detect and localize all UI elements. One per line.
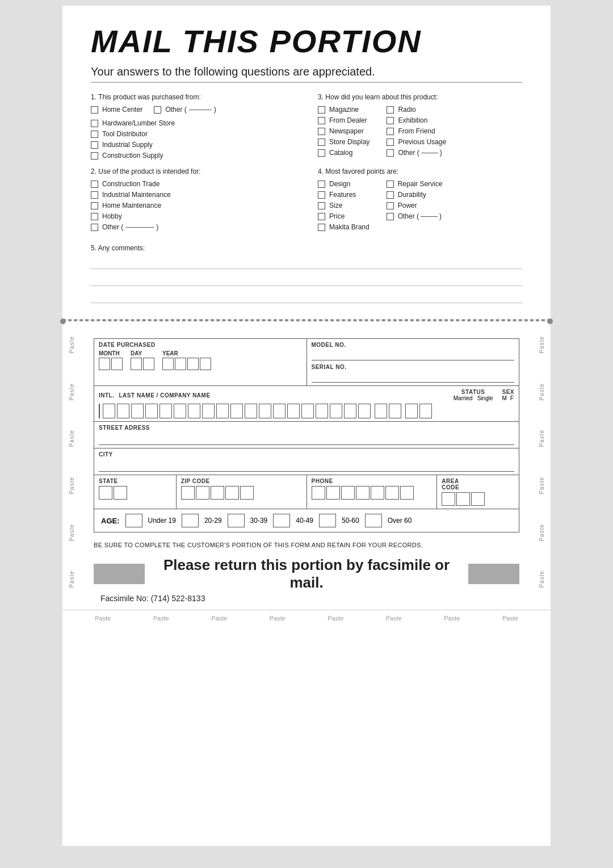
age-box-6[interactable] — [365, 514, 382, 527]
status-box-1[interactable] — [375, 404, 387, 418]
checkbox-box[interactable] — [387, 213, 394, 220]
phone-box-6[interactable] — [385, 486, 399, 500]
checkbox-box[interactable] — [91, 131, 98, 138]
name-box-18[interactable] — [344, 404, 356, 418]
checkbox-box[interactable] — [91, 181, 98, 188]
checkbox-box[interactable] — [91, 224, 98, 231]
zip-box-4[interactable] — [225, 486, 239, 500]
day-box-2[interactable] — [143, 358, 154, 370]
phone-box-4[interactable] — [356, 486, 370, 500]
name-box-15[interactable] — [301, 404, 314, 418]
checkbox-box[interactable] — [91, 120, 98, 127]
checkbox-box[interactable] — [318, 202, 325, 209]
tool-dist-label: Tool Distributor — [102, 130, 148, 138]
year-box-3[interactable] — [187, 358, 199, 370]
area-box-3[interactable] — [471, 492, 485, 506]
checkbox-box[interactable] — [387, 202, 394, 209]
month-box-1[interactable] — [99, 358, 110, 370]
checkbox-box[interactable] — [318, 117, 325, 124]
age-box-2[interactable] — [182, 514, 199, 527]
section1-row1: Home Center Other ( ) — [91, 106, 295, 116]
zip-box-3[interactable] — [211, 486, 224, 500]
checkbox-box[interactable] — [91, 213, 98, 220]
name-box-8[interactable] — [202, 404, 215, 418]
checkbox-box[interactable] — [91, 152, 98, 160]
name-box-17[interactable] — [330, 404, 342, 418]
status-box-2[interactable] — [389, 404, 401, 418]
year-box-4[interactable] — [200, 358, 211, 370]
zip-box-2[interactable] — [196, 486, 209, 500]
checkbox-box[interactable] — [387, 117, 394, 124]
area-box-1[interactable] — [442, 492, 455, 506]
checkbox-box[interactable] — [91, 141, 98, 149]
checkbox-box[interactable] — [387, 191, 394, 199]
phone-box-5[interactable] — [371, 486, 384, 500]
sex-box-f[interactable] — [419, 404, 432, 418]
name-box-16[interactable] — [316, 404, 328, 418]
name-box-10[interactable] — [230, 404, 243, 418]
street-input[interactable] — [99, 433, 514, 445]
area-box-2[interactable] — [456, 492, 470, 506]
checkbox-box[interactable] — [387, 128, 394, 135]
name-box-6[interactable] — [174, 404, 186, 418]
sex-group: SEX M F — [502, 389, 514, 401]
year-box-2[interactable] — [175, 358, 186, 370]
checkbox-box[interactable] — [91, 191, 98, 199]
checkbox-box[interactable] — [318, 128, 325, 135]
name-box-13[interactable] — [273, 404, 285, 418]
comment-line-3[interactable] — [91, 291, 522, 303]
checkbox-box[interactable] — [318, 224, 325, 231]
city-input[interactable] — [99, 459, 514, 472]
state-box-2[interactable] — [114, 486, 127, 500]
name-box-4[interactable] — [145, 404, 158, 418]
zip-box-5[interactable] — [240, 486, 254, 500]
day-box-1[interactable] — [131, 358, 142, 370]
name-box-2[interactable] — [117, 404, 129, 418]
checkbox-box[interactable] — [387, 149, 394, 157]
intl-box[interactable] — [99, 404, 100, 418]
name-box-19[interactable] — [358, 404, 371, 418]
name-box-3[interactable] — [131, 404, 144, 418]
checkbox-box[interactable] — [91, 106, 98, 114]
name-box-14[interactable] — [287, 404, 300, 418]
checkbox-box[interactable] — [318, 149, 325, 157]
name-box-9[interactable] — [216, 404, 229, 418]
phone-box-1[interactable] — [312, 486, 325, 500]
serial-no-input[interactable] — [312, 371, 515, 383]
name-box-7[interactable] — [188, 404, 200, 418]
checkbox-box[interactable] — [318, 139, 325, 146]
checkbox-box[interactable] — [318, 191, 325, 199]
checkbox-box[interactable] — [387, 106, 394, 114]
name-box-5[interactable] — [159, 404, 172, 418]
m-label: M — [502, 395, 506, 401]
checkbox-box[interactable] — [318, 106, 325, 114]
month-box-2[interactable] — [111, 358, 123, 370]
checkbox-construction-trade: Construction Trade — [91, 180, 295, 188]
age-box-4[interactable] — [273, 514, 290, 527]
age-box-5[interactable] — [319, 514, 336, 527]
checkbox-box[interactable] — [318, 213, 325, 220]
phone-box-2[interactable] — [326, 486, 340, 500]
year-box-1[interactable] — [162, 358, 174, 370]
comment-line-2[interactable] — [91, 274, 522, 286]
phone-box-7[interactable] — [400, 486, 414, 500]
model-no-input[interactable] — [312, 349, 515, 360]
name-box-1[interactable] — [103, 404, 115, 418]
checkbox-repair: Repair Service — [387, 180, 443, 188]
zip-box-1[interactable] — [181, 486, 195, 500]
checkbox-box[interactable] — [387, 181, 394, 188]
name-box-11[interactable] — [245, 404, 257, 418]
age-box-3[interactable] — [228, 514, 245, 527]
sex-box-m[interactable] — [405, 404, 418, 418]
name-box-12[interactable] — [259, 404, 271, 418]
comment-line-1[interactable] — [91, 257, 522, 269]
checkbox-box[interactable] — [318, 181, 325, 188]
age-box-1[interactable] — [125, 514, 142, 527]
state-box-1[interactable] — [99, 486, 112, 500]
checkbox-box[interactable] — [91, 202, 98, 209]
phone-box-3[interactable] — [341, 486, 355, 500]
checkbox-box[interactable] — [154, 106, 161, 114]
checkbox-durability: Durability — [387, 191, 443, 199]
checkbox-box[interactable] — [387, 139, 394, 146]
age-row: AGE: Under 19 20-29 30-39 40-49 50-60 Ov… — [101, 514, 512, 527]
